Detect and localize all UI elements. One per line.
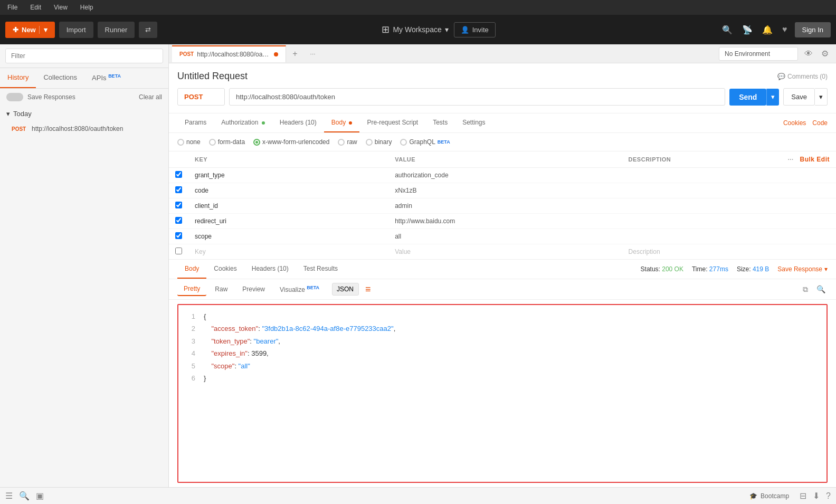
list-item[interactable]: POST http://localhost:8080/oauth/token <box>6 122 162 136</box>
wrap-icon[interactable]: ≡ <box>365 284 371 295</box>
row-checkbox[interactable] <box>175 232 182 239</box>
body-type-form-data[interactable]: form-data <box>209 138 245 146</box>
layout-split-icon[interactable]: ⊟ <box>800 491 806 501</box>
row-checkbox[interactable] <box>175 171 182 178</box>
copy-response-button[interactable]: ⧉ <box>801 283 810 296</box>
body-type-bar: none form-data x-www-form-urlencoded raw… <box>169 133 836 151</box>
col-value: VALUE <box>388 151 622 168</box>
new-dropdown-arrow[interactable]: ▾ <box>39 26 48 34</box>
workspace-chevron-icon: ▾ <box>445 25 449 34</box>
heart-button[interactable]: ♥ <box>780 23 790 36</box>
main-layout: History Collections APIs BETA Save Respo… <box>0 44 836 487</box>
row-checkbox[interactable] <box>175 248 182 254</box>
comments-button[interactable]: 💬 Comments (0) <box>777 73 828 80</box>
res-view-raw[interactable]: Raw <box>208 283 234 296</box>
tab-pre-request-script[interactable]: Pre-request Script <box>359 113 425 132</box>
bulk-edit-button[interactable]: Bulk Edit <box>800 156 830 163</box>
more-tabs-button[interactable]: ··· <box>304 46 322 62</box>
help-icon[interactable]: ? <box>826 491 831 501</box>
sync-button[interactable]: ⇄ <box>139 22 157 38</box>
tab-headers[interactable]: Headers (10) <box>272 113 324 132</box>
save-responses-toggle[interactable] <box>6 93 23 101</box>
runner-button[interactable]: Runner <box>98 22 135 38</box>
bootcamp-button[interactable]: 🎓 Bootcamp <box>749 492 789 500</box>
save-response-button[interactable]: Save Response ▾ <box>777 265 828 273</box>
body-type-binary[interactable]: binary <box>366 138 392 146</box>
response-tabs: Body Cookies Headers (10) Test Results S… <box>169 260 836 279</box>
line-number: 6 <box>187 372 195 384</box>
search-bottom-icon[interactable]: 🔍 <box>19 491 30 501</box>
layout-icon[interactable]: ▣ <box>36 491 44 501</box>
more-options-icon[interactable]: ··· <box>788 156 794 163</box>
menu-help[interactable]: Help <box>77 3 97 12</box>
auth-dot <box>262 121 265 125</box>
add-tab-button[interactable]: + <box>286 45 303 63</box>
tab-tests[interactable]: Tests <box>425 113 455 132</box>
request-tabs: Params Authorization Headers (10) Body P… <box>169 113 836 133</box>
res-tab-headers[interactable]: Headers (10) <box>244 260 296 279</box>
res-view-pretty[interactable]: Pretty <box>177 282 206 296</box>
search-global-button[interactable]: 🔍 <box>720 23 735 37</box>
body-type-none[interactable]: none <box>177 138 201 146</box>
workspace-button[interactable]: ⊞ My Workspace ▾ <box>382 24 448 35</box>
workspace-label: My Workspace <box>393 25 441 34</box>
search-response-button[interactable]: 🔍 <box>814 283 828 296</box>
menu-file[interactable]: File <box>4 3 21 12</box>
tab-method-label: POST <box>179 51 194 57</box>
menu-edit[interactable]: Edit <box>27 3 44 12</box>
body-type-raw[interactable]: raw <box>338 138 357 146</box>
tab-params[interactable]: Params <box>177 113 214 132</box>
radar-button[interactable]: 📡 <box>740 23 755 37</box>
save-dropdown-button[interactable]: ▾ <box>815 88 828 106</box>
method-select[interactable]: POST <box>177 88 225 106</box>
environment-select[interactable]: No Environment <box>719 47 798 61</box>
new-button[interactable]: ✚ New ▾ <box>5 22 55 38</box>
request-tab[interactable]: POST http://localhost:8080/oauth/to... <box>172 45 286 62</box>
section-title-label: Today <box>13 110 32 118</box>
code-link[interactable]: Code <box>812 119 828 127</box>
body-type-urlencoded[interactable]: x-www-form-urlencoded <box>253 138 329 146</box>
status-label: Status: 200 OK <box>641 265 683 273</box>
tab-settings[interactable]: Settings <box>455 113 492 132</box>
url-input[interactable] <box>229 88 725 106</box>
sidebar-tab-history[interactable]: History <box>0 68 36 88</box>
row-checkbox[interactable] <box>175 217 182 224</box>
sidebar-toggle-icon[interactable]: ☰ <box>5 491 13 501</box>
radio-none-icon <box>177 139 184 146</box>
toolbar: ✚ New ▾ Import Runner ⇄ ⊞ My Workspace ▾… <box>0 15 836 44</box>
key-cell: redirect_uri <box>188 214 388 229</box>
sidebar-tab-collections[interactable]: Collections <box>36 68 84 88</box>
format-select[interactable]: JSON <box>332 283 359 296</box>
invite-button[interactable]: 👤 Invite <box>454 22 496 37</box>
notification-bell-button[interactable]: 🔔 <box>760 23 775 37</box>
eye-icon[interactable]: 👁 <box>802 47 815 61</box>
clear-all-button[interactable]: Clear all <box>139 93 162 101</box>
col-checkbox <box>169 151 188 168</box>
res-view-visualize[interactable]: Visualize BETA <box>273 282 326 296</box>
res-view-preview[interactable]: Preview <box>236 283 271 296</box>
tab-body[interactable]: Body <box>324 113 360 132</box>
tab-modified-dot <box>274 52 278 56</box>
res-tab-body[interactable]: Body <box>177 260 206 279</box>
row-checkbox[interactable] <box>175 202 182 208</box>
res-headers-count: (10) <box>277 265 288 272</box>
body-type-graphql[interactable]: GraphQL BETA <box>400 138 450 146</box>
download-icon[interactable]: ⬇ <box>813 491 820 501</box>
sign-in-button[interactable]: Sign In <box>795 22 831 37</box>
table-row: scope all <box>169 229 836 244</box>
tab-authorization[interactable]: Authorization <box>214 113 272 132</box>
send-dropdown-button[interactable]: ▾ <box>766 89 779 106</box>
filter-input[interactable] <box>5 49 163 63</box>
sidebar-tab-apis[interactable]: APIs BETA <box>84 68 128 88</box>
save-button[interactable]: Save <box>783 88 815 106</box>
row-checkbox[interactable] <box>175 186 182 193</box>
import-button[interactable]: Import <box>59 22 93 38</box>
send-group: Send ▾ <box>729 89 779 106</box>
sidebar-section-today[interactable]: ▾ Today <box>6 110 162 118</box>
settings-icon[interactable]: ⚙ <box>819 46 831 61</box>
cookies-link[interactable]: Cookies <box>783 119 806 127</box>
res-tab-test-results[interactable]: Test Results <box>296 260 345 279</box>
send-button[interactable]: Send <box>729 89 766 106</box>
menu-view[interactable]: View <box>51 3 71 12</box>
res-tab-cookies[interactable]: Cookies <box>206 260 244 279</box>
